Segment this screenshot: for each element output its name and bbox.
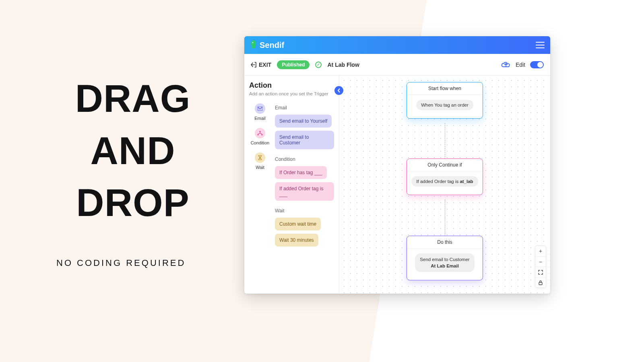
cloud-sync-icon[interactable] [501, 61, 511, 68]
app-header: Sendif [244, 36, 550, 54]
expand-icon [538, 270, 543, 275]
toolbar: EXIT Published ✓ At Lab Flow Edit [244, 54, 550, 76]
sidebar-description: Add an action once you set the Trigger [249, 91, 334, 96]
node-condition-header: Only Continue if [407, 159, 483, 171]
action-added-order-tag[interactable]: If added Order tag is ___ [275, 182, 334, 201]
sidebar: Action Add an action once you set the Tr… [244, 76, 339, 294]
hamburger-icon[interactable] [536, 42, 545, 48]
status-badge: Published [277, 60, 310, 69]
lock-icon [539, 280, 543, 285]
svg-point-4 [261, 134, 262, 135]
action-send-email-customer[interactable]: Send email to Customer [275, 131, 334, 149]
email-icon [255, 103, 265, 114]
sidebar-title: Action [249, 81, 334, 90]
workspace: Action Add an action once you set the Tr… [244, 76, 550, 294]
action-list: Email Send email to Yourself Send email … [275, 103, 334, 247]
flow-canvas[interactable]: Start flow when When You tag an order On… [339, 76, 550, 294]
node-trigger[interactable]: Start flow when When You tag an order [407, 82, 483, 119]
edit-toggle[interactable] [530, 61, 544, 68]
group-label-wait: Wait [275, 208, 334, 214]
node-action[interactable]: Do this Send email to Customer At Lab Em… [407, 236, 483, 280]
brand[interactable]: Sendif [250, 40, 284, 50]
condition-icon [255, 128, 265, 138]
tab-condition[interactable]: Condition [251, 128, 269, 145]
exit-icon [251, 62, 256, 68]
tab-wait[interactable]: Wait [255, 152, 265, 170]
node-action-header: Do this [407, 236, 483, 249]
node-condition-chip[interactable]: If added Order tag is at_lab [411, 176, 478, 187]
flow-name: At Lab Flow [327, 62, 359, 68]
brand-name: Sendif [260, 41, 284, 50]
hero-subtitle: NO CODING REQUIRED [56, 258, 209, 268]
svg-point-0 [252, 42, 254, 43]
group-label-email: Email [275, 105, 334, 111]
wait-icon [255, 152, 265, 163]
zoom-out-button[interactable]: − [535, 256, 546, 267]
action-send-email-self[interactable]: Send email to Yourself [275, 115, 332, 128]
connector-line [445, 123, 445, 159]
sidebar-collapse-button[interactable] [334, 86, 343, 95]
sidebar-tabs: Email Condition Wait [249, 103, 271, 247]
action-wait-30-min[interactable]: Wait 30 minutes [275, 234, 318, 247]
fit-screen-button[interactable] [535, 267, 546, 277]
exit-button[interactable]: EXIT [251, 62, 271, 68]
svg-point-3 [257, 134, 258, 135]
svg-rect-5 [539, 282, 542, 285]
node-condition[interactable]: Only Continue if If added Order tag is a… [407, 158, 483, 195]
edit-label: Edit [516, 62, 525, 68]
app-window: Sendif EXIT Published ✓ At Lab Flow Edit… [244, 36, 550, 294]
tab-email[interactable]: Email [254, 103, 266, 121]
hero-heading: DRAG AND DROP [56, 72, 209, 229]
group-label-condition: Condition [275, 156, 334, 162]
check-icon: ✓ [315, 62, 322, 68]
chevron-left-icon [337, 88, 341, 93]
svg-point-2 [259, 131, 260, 132]
node-action-chip[interactable]: Send email to Customer At Lab Email [415, 253, 474, 272]
action-order-has-tag[interactable]: If Order has tag ___ [275, 166, 327, 179]
hero-text-block: DRAG AND DROP NO CODING REQUIRED [56, 72, 209, 268]
brand-logo-icon [250, 40, 257, 50]
node-trigger-chip[interactable]: When You tag an order [416, 100, 473, 110]
lock-button[interactable] [535, 277, 546, 288]
node-trigger-header: Start flow when [407, 82, 483, 95]
svg-rect-1 [258, 107, 262, 111]
action-custom-wait[interactable]: Custom wait time [275, 218, 321, 230]
canvas-controls: + − [535, 245, 546, 288]
connector-line [445, 200, 445, 237]
zoom-in-button[interactable]: + [535, 246, 546, 256]
